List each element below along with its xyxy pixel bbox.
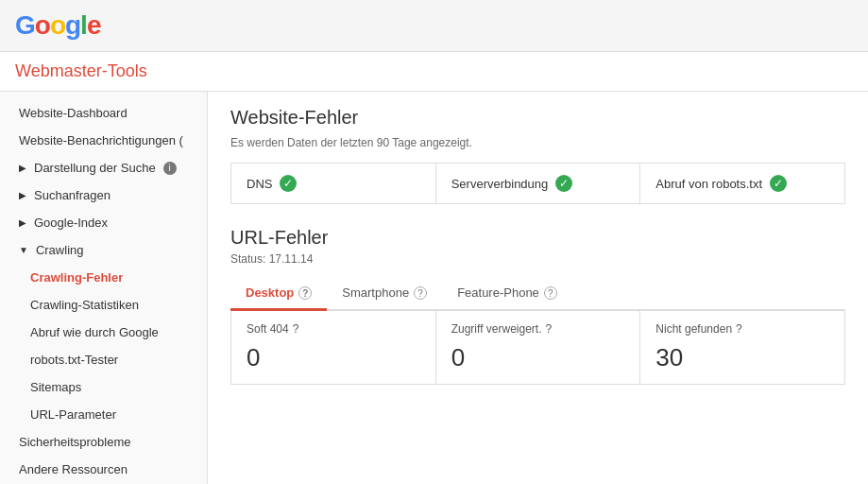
logo-l: l [80,10,87,40]
website-fehler-title: Website-Fehler [230,107,845,129]
arrow-right-icon: ▶ [19,190,26,200]
url-fehler-section: URL-Fehler Status: 17.11.14 Desktop ? Sm… [230,227,845,385]
metric-nicht-gefunden-label: Nicht gefunden ? [655,322,829,336]
sidebar-item-label: URL-Parameter [30,407,116,422]
sidebar-item-crawling-statistiken[interactable]: Crawling-Statistiken [0,291,207,319]
header: Google [0,0,868,52]
arrow-right-icon: ▶ [19,217,26,228]
zugriff-question-icon: ? [545,322,552,336]
server-check-icon: ✓ [555,175,572,192]
tab-desktop[interactable]: Desktop ? [230,277,327,311]
sidebar: Website-Dashboard Website-Benachrichtigu… [0,92,208,484]
metric-nicht-gefunden: Nicht gefunden ? 30 [640,311,844,384]
logo-e: e [87,10,101,40]
url-fehler-title: URL-Fehler [230,227,845,249]
sidebar-item-label: Sitemaps [30,380,81,394]
dns-label: DNS [247,177,272,191]
smartphone-question-icon: ? [414,286,427,300]
sidebar-item-label: Google-Index [34,216,108,230]
logo-o1: o [35,10,50,40]
logo-g: G [15,10,35,40]
sidebar-item-crawling[interactable]: ▼ Crawling [0,236,207,264]
sidebar-item-label: Darstellung der Suche [34,161,156,175]
feature-phone-question-icon: ? [544,286,557,300]
soft404-question-icon: ? [293,322,299,336]
app-title[interactable]: Webmaster-Tools [15,61,147,81]
url-fehler-tabs: Desktop ? Smartphone ? Feature-Phone ? [230,277,845,311]
robots-label: Abruf von robots.txt [655,177,762,191]
nicht-gefunden-question-icon: ? [736,322,742,336]
metrics-row: Soft 404 ? 0 Zugriff verweigert. ? 0 Nic… [230,311,845,385]
robots-check-icon: ✓ [770,175,787,192]
logo-o2: o [50,10,65,40]
server-label: Serververbindung [451,177,549,191]
status-card-dns: DNS ✓ [231,164,436,203]
sidebar-item-sitemaps[interactable]: Sitemaps [0,373,207,401]
metric-zugriff-value: 0 [451,343,625,372]
status-card-server: Serververbindung ✓ [436,164,641,203]
arrow-down-icon: ▼ [19,245,28,255]
sidebar-item-label: Abruf wie durch Google [30,325,159,339]
sidebar-item-google-index[interactable]: ▶ Google-Index [0,209,207,236]
info-icon: i [163,162,177,175]
main-content: Website-Fehler Es werden Daten der letzt… [208,92,868,484]
sidebar-item-andere-ressourcen[interactable]: Andere Ressourcen [0,456,207,483]
website-fehler-subtitle: Es werden Daten der letzten 90 Tage ange… [230,136,845,149]
sidebar-item-website-dashboard[interactable]: Website-Dashboard [0,99,207,127]
metric-zugriff-label: Zugriff verweigert. ? [451,322,625,336]
metric-soft-404-value: 0 [247,343,420,372]
sidebar-item-url-parameter[interactable]: URL-Parameter [0,401,207,428]
status-card-robots: Abruf von robots.txt ✓ [640,164,844,203]
metric-soft-404: Soft 404 ? 0 [231,311,436,384]
sidebar-item-label: Crawling-Statistiken [30,298,139,312]
tab-feature-phone-label: Feature-Phone [457,285,539,300]
url-fehler-status: Status: 17.11.14 [230,252,845,266]
tab-smartphone[interactable]: Smartphone ? [327,277,442,311]
sidebar-item-label: Website-Dashboard [19,106,128,120]
sidebar-item-label: robots.txt-Tester [30,353,118,367]
sidebar-item-label: Crawling-Fehler [30,270,123,285]
sidebar-item-sicherheitsprobleme[interactable]: Sicherheitsprobleme [0,428,207,456]
subheader: Webmaster-Tools [0,52,868,92]
logo-g2: g [65,10,80,40]
desktop-question-icon: ? [298,286,312,300]
sidebar-item-abruf-wie-durch[interactable]: Abruf wie durch Google [0,319,207,346]
status-row: DNS ✓ Serververbindung ✓ Abruf von robot… [230,163,845,204]
tab-feature-phone[interactable]: Feature-Phone ? [442,277,572,311]
arrow-right-icon: ▶ [19,163,26,173]
sidebar-item-robots-tester[interactable]: robots.txt-Tester [0,346,207,373]
sidebar-item-label: Andere Ressourcen [19,462,128,476]
sidebar-item-website-notifications[interactable]: Website-Benachrichtigungen ( [0,127,207,154]
sidebar-item-label: Website-Benachrichtigungen ( [19,133,183,147]
metric-nicht-gefunden-value: 30 [655,343,829,372]
sidebar-item-darstellung[interactable]: ▶ Darstellung der Suche i [0,154,207,182]
sidebar-item-label: Suchanfragen [34,188,111,202]
google-logo: Google [15,10,100,41]
tab-smartphone-label: Smartphone [342,285,409,300]
sidebar-item-crawling-fehler[interactable]: Crawling-Fehler [0,264,207,291]
sidebar-item-label: Crawling [36,243,84,257]
metric-zugriff: Zugriff verweigert. ? 0 [436,311,641,384]
layout: Website-Dashboard Website-Benachrichtigu… [0,92,868,484]
sidebar-item-label: Sicherheitsprobleme [19,435,131,449]
website-fehler-section: Website-Fehler Es werden Daten der letzt… [230,107,845,204]
metric-soft-404-label: Soft 404 ? [247,322,420,336]
dns-check-icon: ✓ [280,175,297,192]
tab-desktop-label: Desktop [246,285,294,300]
sidebar-item-suchanfragen[interactable]: ▶ Suchanfragen [0,182,207,209]
